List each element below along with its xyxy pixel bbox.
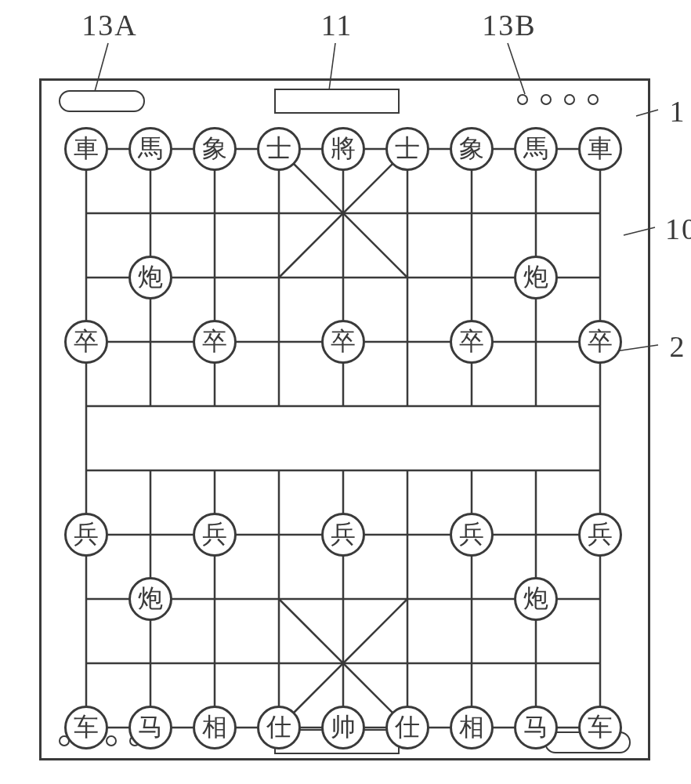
piece-炮[interactable]: 炮 bbox=[514, 577, 558, 621]
piece-士[interactable]: 士 bbox=[385, 127, 429, 171]
piece-卒[interactable]: 卒 bbox=[578, 320, 622, 364]
piece-仕[interactable]: 仕 bbox=[257, 706, 301, 750]
piece-兵[interactable]: 兵 bbox=[321, 513, 365, 557]
xiangqi-board-grid bbox=[0, 0, 691, 784]
piece-卒[interactable]: 卒 bbox=[193, 320, 237, 364]
piece-卒[interactable]: 卒 bbox=[64, 320, 108, 364]
piece-马[interactable]: 马 bbox=[128, 706, 172, 750]
piece-馬[interactable]: 馬 bbox=[514, 127, 558, 171]
piece-相[interactable]: 相 bbox=[450, 706, 494, 750]
piece-卒[interactable]: 卒 bbox=[321, 320, 365, 364]
piece-馬[interactable]: 馬 bbox=[128, 127, 172, 171]
piece-象[interactable]: 象 bbox=[450, 127, 494, 171]
piece-兵[interactable]: 兵 bbox=[578, 513, 622, 557]
piece-炮[interactable]: 炮 bbox=[128, 256, 172, 299]
piece-仕[interactable]: 仕 bbox=[385, 706, 429, 750]
piece-卒[interactable]: 卒 bbox=[450, 320, 494, 364]
piece-將[interactable]: 將 bbox=[321, 127, 365, 171]
piece-兵[interactable]: 兵 bbox=[450, 513, 494, 557]
piece-马[interactable]: 马 bbox=[514, 706, 558, 750]
piece-炮[interactable]: 炮 bbox=[128, 577, 172, 621]
piece-車[interactable]: 車 bbox=[578, 127, 622, 171]
piece-士[interactable]: 士 bbox=[257, 127, 301, 171]
piece-车[interactable]: 车 bbox=[578, 706, 622, 750]
piece-车[interactable]: 车 bbox=[64, 706, 108, 750]
piece-帅[interactable]: 帅 bbox=[321, 706, 365, 750]
piece-兵[interactable]: 兵 bbox=[64, 513, 108, 557]
piece-炮[interactable]: 炮 bbox=[514, 256, 558, 299]
piece-象[interactable]: 象 bbox=[193, 127, 237, 171]
piece-車[interactable]: 車 bbox=[64, 127, 108, 171]
piece-相[interactable]: 相 bbox=[193, 706, 237, 750]
piece-兵[interactable]: 兵 bbox=[193, 513, 237, 557]
